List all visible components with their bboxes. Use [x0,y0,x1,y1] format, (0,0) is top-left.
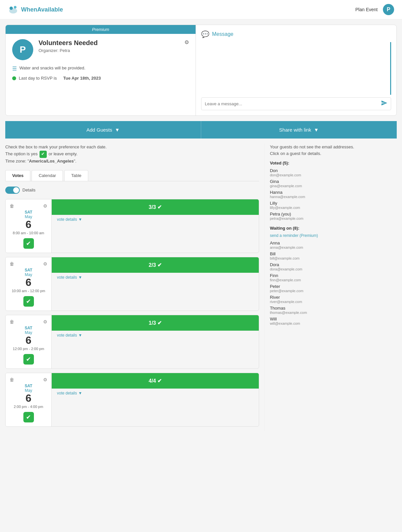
date-num-3: 6 [10,393,47,403]
check-box-2[interactable]: ✔ [23,354,34,365]
organizer-avatar: P [12,39,33,60]
date-left-2: 🗑 ⚙ SAT May 6 12:00 pm - 2:00 pm ✔ [6,315,52,368]
guest-email: bill@example.com [270,256,397,260]
guest-email: thomas@example.com [270,311,397,315]
vote-details-chevron-1: ▼ [78,275,82,280]
vote-bar-0: 3/3 ✔ [52,199,259,215]
rsvp-prefix: Last day to RSVP is [19,76,57,81]
message-bubble-icon: 💬 [201,30,209,38]
voted-guest-item[interactable]: Dondon@example.com [270,168,397,177]
voted-guest-item[interactable]: Petra (you)petra@example.com [270,212,397,220]
waiting-guest-item[interactable]: Thomasthomas@example.com [270,306,397,315]
date-slot-0: 🗑 ⚙ SAT May 6 8:00 am - 10:00 am ✔ 3/3 ✔… [5,199,259,253]
guest-email: petra@example.com [270,216,397,220]
date-slot-3: 🗑 ⚙ SAT May 6 2:00 pm - 4:00 pm ✔ 4/4 ✔ … [5,373,259,427]
date-actions-top-1: 🗑 ⚙ [10,261,47,266]
date-num-1: 6 [10,277,47,288]
sliders-icon-1[interactable]: ⚙ [43,261,47,266]
toggle-knob [13,187,19,193]
chevron-down-icon: ▼ [115,127,120,133]
date-actions-top-3: 🗑 ⚙ [10,377,47,382]
add-guests-button[interactable]: Add Guests ▼ [5,121,201,139]
guest-email: don@example.com [270,173,397,177]
details-toggle[interactable] [5,187,20,194]
reminder-link[interactable]: send a reminder (Premium) [270,233,397,238]
waiting-guest-item[interactable]: Annaanna@example.com [270,241,397,249]
event-message-panel: Premium P Volunteers Needed Organizer: P… [5,25,397,116]
trash-icon-3[interactable]: 🗑 [10,377,14,382]
guest-email: anna@example.com [270,245,397,249]
message-input[interactable] [205,101,378,106]
tab-votes[interactable]: Votes [5,170,30,181]
voted-guest-item[interactable]: Lillylilly@example.com [270,201,397,210]
date-slot-1: 🗑 ⚙ SAT May 6 10:00 am - 12:00 pm ✔ 2/3 … [5,257,259,311]
date-right-2: 1/3 ✔ vote details ▼ [52,315,259,368]
menu-icon: ☰ [12,65,17,72]
check-box-1[interactable]: ✔ [23,296,34,307]
user-avatar[interactable]: P [383,4,394,15]
sliders-icon-0[interactable]: ⚙ [43,203,47,209]
guest-name: Dora [270,262,397,267]
chevron-down-icon-2: ▼ [314,127,319,133]
waiting-guest-item[interactable]: Billbill@example.com [270,251,397,260]
event-title: Volunteers Needed [39,39,179,47]
check-box-0[interactable]: ✔ [23,238,34,249]
date-actions-top-2: 🗑 ⚙ [10,319,47,324]
guest-name: Bill [270,251,397,256]
event-card: Premium P Volunteers Needed Organizer: P… [6,25,196,115]
guest-name: Hanna [270,190,397,195]
settings-button[interactable]: ⚙ [184,39,189,45]
voted-guest-item[interactable]: Ginagina@example.com [270,179,397,188]
date-time-3: 2:00 pm - 4:00 pm [10,405,47,409]
date-check-2: ✔ [10,354,47,365]
guest-email: finn@example.com [270,278,397,282]
check-box-3[interactable]: ✔ [23,412,34,422]
trash-icon-0[interactable]: 🗑 [10,203,14,209]
share-link-button[interactable]: Share with link ▼ [201,121,397,139]
vote-details-2[interactable]: vote details ▼ [52,331,259,340]
guest-email: lilly@example.com [270,206,397,210]
date-time-0: 8:00 am - 10:00 am [10,231,47,235]
date-num-0: 6 [10,219,47,230]
waiting-guest-item[interactable]: Riverriver@example.com [270,295,397,304]
date-time-2: 12:00 pm - 2:00 pm [10,347,47,351]
instructions: Check the box to mark your preference fo… [5,144,259,165]
tab-calendar[interactable]: Calendar [32,170,63,181]
left-panel: Check the box to mark your preference fo… [5,144,259,431]
action-buttons: Add Guests ▼ Share with link ▼ [5,121,397,139]
sliders-icon-3[interactable]: ⚙ [43,377,47,382]
vote-details-1[interactable]: vote details ▼ [52,273,259,282]
instruction-line2-prefix: The option is yes [5,151,38,156]
instruction-line3: Time zone: "America/Los_Angeles". [5,158,259,165]
vote-details-3[interactable]: vote details ▼ [52,389,259,397]
send-button[interactable] [381,100,388,108]
waiting-guest-item[interactable]: Doradora@example.com [270,262,397,271]
message-panel: 💬 Message [196,25,396,115]
premium-banner: Premium [6,25,196,34]
toggle-label: Details [22,188,36,192]
guests-info: Your guests do not see the email address… [270,144,397,157]
waiting-guest-item[interactable]: Finnfinn@example.com [270,273,397,282]
voted-guest-item[interactable]: Hannahanna@example.com [270,190,397,199]
logo-icon [8,4,18,15]
privacy-note: Your guests do not see the email address… [270,144,397,150]
event-header: P Volunteers Needed Organizer: Petra ⚙ [12,39,189,60]
tabs: Votes Calendar Table [5,170,259,181]
sliders-icon-2[interactable]: ⚙ [43,319,47,324]
vote-details-chevron-3: ▼ [78,391,82,395]
guest-email: peter@example.com [270,289,397,293]
tab-table[interactable]: Table [64,170,88,181]
trash-icon-1[interactable]: 🗑 [10,261,14,266]
message-title-text: Message [212,31,233,37]
waiting-guest-item[interactable]: Willwill@example.com [270,317,397,325]
date-right-1: 2/3 ✔ vote details ▼ [52,257,259,311]
vote-details-chevron-2: ▼ [78,333,82,338]
plan-event-button[interactable]: Plan Event [355,7,378,12]
guest-name: Peter [270,284,397,289]
waiting-guest-item[interactable]: Peterpeter@example.com [270,284,397,293]
vote-details-0[interactable]: vote details ▼ [52,215,259,224]
event-organizer: Organizer: Petra [39,48,179,53]
vote-bar-3: 4/4 ✔ [52,373,259,389]
trash-icon-2[interactable]: 🗑 [10,319,14,324]
guest-email: river@example.com [270,300,397,304]
